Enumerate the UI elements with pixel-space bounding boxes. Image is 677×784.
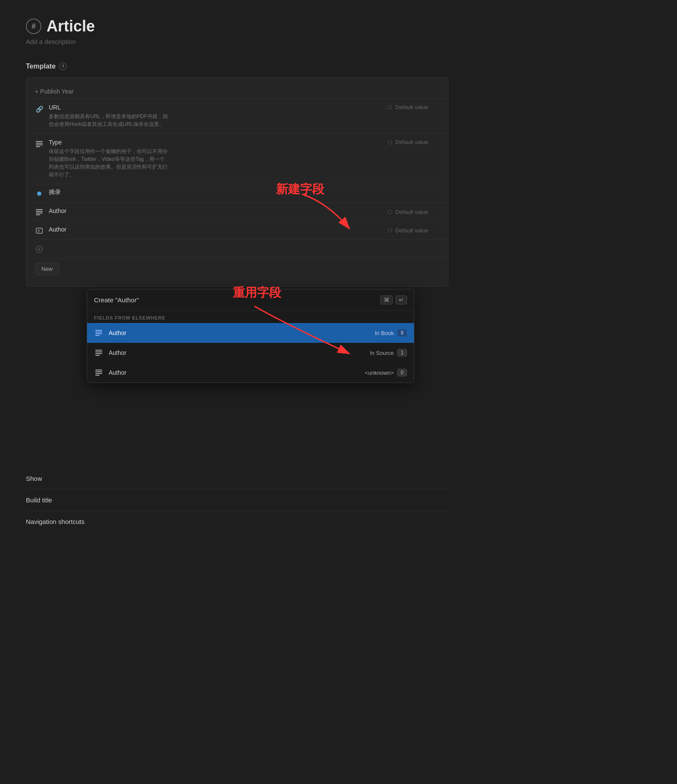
type-field-default[interactable]: Default value [388,139,439,145]
svg-rect-7 [36,214,40,215]
add-circle-icon [35,245,44,254]
url-field-name[interactable]: URL [49,104,382,111]
page-title: Article [47,17,95,35]
type-field-content: Type 保留这个字段仅用作一个偷懒的例子，你可以不用分别创建Book，Twit… [49,139,382,179]
author-text-icon: T [35,226,44,235]
page-description[interactable]: Add a description [26,38,448,45]
dropdown-author-source-count: 1 [397,349,407,357]
dropdown-shortcuts: ⌘ ↵ [380,295,407,304]
dropdown-author-source-icon [94,348,103,358]
excerpt-icon [35,189,44,198]
url-field-content: URL 多数信息源都具有URL，即便是本地的PDF书籍，我也会使用Hook或者其… [49,104,382,128]
type-field-desc: 保留这个字段仅用作一个偷懒的例子，你可以不用分别创建Book，Twitter，V… [49,147,169,179]
svg-rect-2 [36,144,43,145]
dropdown-author-source-name: Author [109,349,365,356]
dropdown-author-book-count: 8 [397,329,407,337]
add-field-circle-row[interactable] [26,239,448,258]
author-list-default[interactable]: Default value [388,209,439,215]
dropdown-author-book-location: In Book [375,330,394,336]
page-header: # Article [26,17,448,35]
url-default-circle [388,105,392,110]
add-publish-year-row[interactable]: + Publish Year [26,85,448,98]
show-section: Show [26,468,448,489]
url-field-desc: 多数信息源都具有URL，即便是本地的PDF书籍，我也会使用Hook或者其他工具生… [49,113,169,128]
author-list-default-label: Default value [395,209,428,215]
author-list-icon [35,208,44,216]
svg-rect-23 [95,373,102,374]
type-default-label: Default value [395,139,428,145]
type-field-name[interactable]: Type [49,139,382,146]
author-list-field-name[interactable]: Author [49,207,66,214]
dropdown-section-label: FIELDS FROM ELSEWHERE [87,311,414,323]
dropdown-author-unknown-location: <unknown> [365,370,394,376]
nav-shortcuts-section: Navigation shortcuts [26,511,448,532]
dropdown-author-source-location: In Source [370,350,394,356]
url-field-row: 🔗 URL 多数信息源都具有URL，即便是本地的PDF书籍，我也会使用Hook或… [26,98,448,133]
dropdown-author-unknown-count: 0 [397,369,407,376]
svg-rect-22 [95,371,102,372]
help-icon[interactable]: ? [59,63,67,70]
dropdown-author-unknown[interactable]: Author <unknown> 0 [87,363,414,383]
new-button[interactable]: New [35,263,59,275]
author-text-field-name[interactable]: Author [49,226,66,233]
annotation-new-field: 新建字段 [276,181,324,198]
cmd-key: ⌘ [380,295,393,304]
template-container: + Publish Year 🔗 URL 多数信息源都具有URL，即便是本地的P… [26,77,448,287]
author-text-default[interactable]: Default value [388,227,439,234]
excerpt-field-name[interactable]: 摘录 [49,188,61,196]
template-section-header: Template ? [26,63,448,70]
excerpt-field-row: 摘录 [26,184,448,202]
svg-rect-16 [95,335,100,336]
url-default-label: Default value [395,104,428,110]
svg-rect-19 [95,353,102,354]
svg-rect-17 [95,350,102,351]
author-text-default-label: Default value [395,227,428,234]
show-label: Show [26,475,42,482]
svg-rect-13 [95,330,102,331]
new-button-row: New [26,258,448,279]
author-text-field-row: T Author Default value [26,221,448,239]
dropdown-create-label: Create "Author" [94,296,139,304]
author-text-circle [388,228,392,232]
svg-rect-24 [95,375,100,376]
author-list-circle [388,210,392,214]
svg-text:T: T [38,229,41,233]
build-title-label: Build title [26,496,52,504]
svg-rect-15 [95,333,102,334]
dropdown-author-source[interactable]: Author In Source 1 [87,343,414,363]
list-field-icon [35,140,44,148]
annotation-reuse-field: 重用字段 [233,285,281,301]
dropdown-author-book-icon [94,328,103,338]
svg-rect-6 [36,213,43,213]
svg-rect-14 [95,332,102,332]
svg-rect-4 [36,209,43,210]
url-field-default[interactable]: Default value [388,104,439,110]
enter-key: ↵ [395,295,407,304]
create-field-dropdown: Create "Author" ⌘ ↵ FIELDS FROM ELSEWHER… [87,289,414,383]
type-field-row: Type 保留这个字段仅用作一个偷懒的例子，你可以不用分别创建Book，Twit… [26,133,448,184]
hash-icon: # [26,19,41,34]
svg-rect-18 [95,351,102,352]
dropdown-author-unknown-name: Author [109,369,360,376]
link-field-icon: 🔗 [35,105,44,113]
dropdown-author-book-badge: In Book 8 [375,329,407,337]
svg-rect-3 [36,146,40,147]
dropdown-author-book[interactable]: Author In Book 8 [87,323,414,343]
dropdown-author-unknown-badge: <unknown> 0 [365,369,407,376]
svg-rect-0 [36,141,43,142]
dropdown-author-unknown-icon [94,368,103,377]
build-title-section: Build title [26,489,448,511]
svg-rect-5 [36,211,43,212]
dropdown-author-source-badge: In Source 1 [370,349,407,357]
author-list-field-row: Author Default value [26,202,448,221]
svg-rect-1 [36,143,43,144]
svg-rect-21 [95,370,102,370]
dropdown-author-book-name: Author [109,329,370,336]
template-label: Template [26,63,56,70]
nav-shortcuts-label: Navigation shortcuts [26,518,85,525]
type-default-circle [388,140,392,144]
add-field-label: + Publish Year [35,88,74,95]
svg-rect-20 [95,355,100,356]
